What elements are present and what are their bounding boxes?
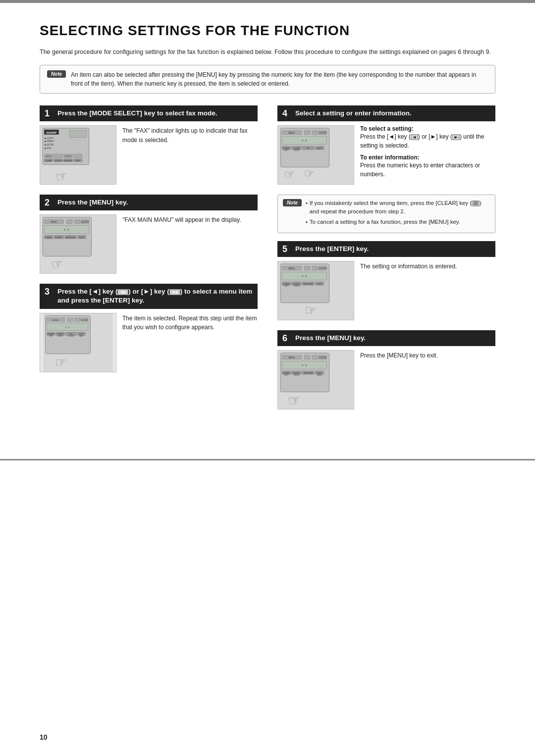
svg-text:MENU: MENU bbox=[288, 356, 295, 359]
page-title: SELECTING SETTINGS FOR THE FUNCTION bbox=[40, 23, 495, 39]
svg-text:☞: ☞ bbox=[304, 302, 318, 318]
inline-note-icon: Note bbox=[283, 199, 302, 206]
step-2-header: 2 Press the [MENU] key. bbox=[40, 195, 258, 210]
svg-rect-11 bbox=[54, 154, 63, 158]
step-5-header: 5 Press the [ENTER] key. bbox=[277, 241, 495, 257]
inline-note-text: • If you mistakenly select the wrong ite… bbox=[306, 199, 490, 229]
svg-text:SP.FUN: SP.FUN bbox=[294, 150, 299, 151]
bullet-dot-1: • bbox=[306, 199, 308, 216]
step-2-device-img: MENU ENTER ∨ ∧ bbox=[40, 214, 116, 274]
right-col: 4 Select a setting or enter information.… bbox=[277, 105, 495, 419]
bullet-item-1: • If you mistakenly select the wrong ite… bbox=[306, 199, 490, 216]
step-3-num: 3 bbox=[45, 287, 54, 296]
svg-text:☞: ☞ bbox=[286, 391, 302, 409]
step-4-to-enter-desc: Press the numeric keys to enter characte… bbox=[360, 161, 495, 179]
svg-text:E-SORT/: E-SORT/ bbox=[55, 160, 62, 162]
step-5-title: Press the [ENTER] key. bbox=[295, 245, 369, 253]
svg-text:POSURE: POSURE bbox=[68, 335, 74, 337]
svg-rect-28 bbox=[66, 220, 72, 224]
svg-text:RATIO: RATIO bbox=[79, 335, 83, 337]
step-2-desc: "FAX MAIN MANU" will appear in the displ… bbox=[122, 214, 241, 225]
svg-text:SP.FUN: SP.FUN bbox=[294, 374, 299, 376]
svg-text:EXPOSURE: EXPOSURE bbox=[304, 283, 314, 285]
intro-text: The general procedure for configuring se… bbox=[40, 48, 495, 57]
svg-text:EXPOSURE: EXPOSURE bbox=[66, 237, 76, 239]
step-1-body: SHARP ■ COPY ■ PRINT ■ SCAN ■ FAX M bbox=[40, 125, 258, 185]
step-4-block: 4 Select a setting or enter information.… bbox=[277, 105, 495, 185]
svg-text:COPY: COPY bbox=[79, 237, 84, 239]
svg-text:E-SORT/: E-SORT/ bbox=[293, 283, 300, 285]
svg-text:∨ ∧: ∨ ∧ bbox=[301, 139, 307, 142]
step-2-block: 2 Press the [MENU] key. MENU bbox=[40, 195, 258, 274]
svg-rect-8 bbox=[69, 131, 86, 138]
step-5-desc: The setting or information is entered. bbox=[360, 261, 457, 271]
svg-text:☞: ☞ bbox=[303, 166, 317, 182]
bullet-dot-2: • bbox=[306, 218, 308, 226]
svg-text:■ FAX: ■ FAX bbox=[45, 147, 52, 150]
inline-note-box: Note • If you mistakenly select the wron… bbox=[277, 195, 495, 233]
svg-text:∨ ∧: ∨ ∧ bbox=[63, 228, 69, 232]
step-4-to-select-label: To select a setting: bbox=[360, 125, 495, 132]
step-5-body: MENU ENTER ∨ ∧ 2 bbox=[277, 261, 495, 320]
svg-rect-70 bbox=[304, 131, 310, 135]
step-4-body: MENU ENTER ∨ ∧ 2 bbox=[277, 125, 495, 185]
svg-text:ENTER: ENTER bbox=[319, 356, 326, 359]
page-number: 10 bbox=[40, 733, 48, 741]
svg-rect-29 bbox=[74, 220, 80, 224]
step-6-num: 6 bbox=[282, 334, 291, 343]
step-4-num: 4 bbox=[282, 109, 291, 118]
bullet-text-1: If you mistakenly select the wrong item,… bbox=[310, 199, 490, 216]
page: SELECTING SETTINGS FOR THE FUNCTION The … bbox=[0, 0, 535, 756]
step-6-block: 6 Press the [MENU] key. MENU bbox=[277, 330, 495, 409]
bottom-rule bbox=[0, 459, 535, 460]
svg-text:2-SIDED: 2-SIDED bbox=[283, 148, 290, 150]
step-6-title: Press the [MENU] key. bbox=[295, 334, 366, 343]
svg-text:E-SORT/: E-SORT/ bbox=[293, 148, 300, 150]
svg-rect-71 bbox=[312, 131, 318, 135]
svg-text:MENU: MENU bbox=[288, 132, 295, 134]
svg-text:COPY: COPY bbox=[317, 372, 322, 374]
svg-text:SP.FUN: SP.FUN bbox=[294, 285, 299, 287]
svg-text:COPY: COPY bbox=[75, 160, 80, 162]
step-5-device-img: MENU ENTER ∨ ∧ 2 bbox=[277, 261, 354, 320]
svg-text:EXPOSURE: EXPOSURE bbox=[304, 372, 314, 374]
bullet-item-2: • To cancel a setting for a fax function… bbox=[306, 218, 490, 226]
svg-text:E-SORT/: E-SORT/ bbox=[55, 237, 62, 239]
step-5-block: 5 Press the [ENTER] key. MENU bbox=[277, 241, 495, 320]
svg-text:EXPOSURE: EXPOSURE bbox=[63, 160, 73, 162]
step-3-block: 3 Press the [◄] key (◄▸) or [►] key (◄▸)… bbox=[40, 284, 258, 372]
svg-text:2-SIDED: 2-SIDED bbox=[283, 283, 290, 285]
step-2-body: MENU ENTER ∨ ∧ bbox=[40, 214, 258, 274]
step-4-to-enter-label: To enter information: bbox=[360, 154, 495, 161]
svg-text:2-SIDED: 2-SIDED bbox=[48, 333, 54, 335]
note-box: Note An item can also be selected after … bbox=[40, 65, 495, 94]
svg-text:COPY: COPY bbox=[284, 150, 288, 151]
note-text: An item can also be selected after press… bbox=[71, 70, 488, 88]
svg-text:☞: ☞ bbox=[283, 167, 297, 183]
step-3-desc: The item is selected. Repeat this step u… bbox=[122, 313, 258, 332]
svg-text:COPY: COPY bbox=[79, 333, 84, 335]
step-3-title: Press the [◄] key (◄▸) or [►] key (◄▸) t… bbox=[57, 287, 253, 305]
two-col-layout: 1 Press the [MODE SELECT] key to select … bbox=[40, 105, 495, 419]
step-2-title: Press the [MENU] key. bbox=[57, 198, 128, 207]
svg-text:COPY: COPY bbox=[317, 283, 322, 285]
step-4-to-select-desc: Press the [◄] key (◄) or [►] key (►) unt… bbox=[360, 132, 495, 150]
svg-text:ENTER: ENTER bbox=[81, 221, 89, 223]
svg-text:RATIO: RATIO bbox=[317, 374, 321, 376]
svg-rect-113 bbox=[304, 355, 310, 359]
svg-rect-93 bbox=[312, 266, 318, 270]
svg-text:2-SIDED: 2-SIDED bbox=[45, 237, 52, 239]
svg-text:SP.FUN: SP.FUN bbox=[58, 335, 63, 337]
step-1-block: 1 Press the [MODE SELECT] key to select … bbox=[40, 105, 258, 185]
step-3-device-img: MENU ENTER ∨ ∧ 2 bbox=[40, 313, 116, 372]
step-4-title: Select a setting or enter information. bbox=[295, 109, 412, 118]
svg-text:ENTER: ENTER bbox=[319, 267, 326, 270]
step-6-header: 6 Press the [MENU] key. bbox=[277, 330, 495, 346]
step-4-right: To select a setting: Press the [◄] key (… bbox=[360, 125, 495, 179]
svg-text:ENTER: ENTER bbox=[319, 132, 326, 134]
svg-text:COPY: COPY bbox=[317, 148, 322, 150]
svg-text:E-SORT/: E-SORT/ bbox=[57, 333, 63, 335]
svg-text:COPY: COPY bbox=[284, 374, 288, 376]
svg-text:■ PRINT: ■ PRINT bbox=[45, 140, 54, 143]
step-3-body: MENU ENTER ∨ ∧ 2 bbox=[40, 313, 258, 372]
